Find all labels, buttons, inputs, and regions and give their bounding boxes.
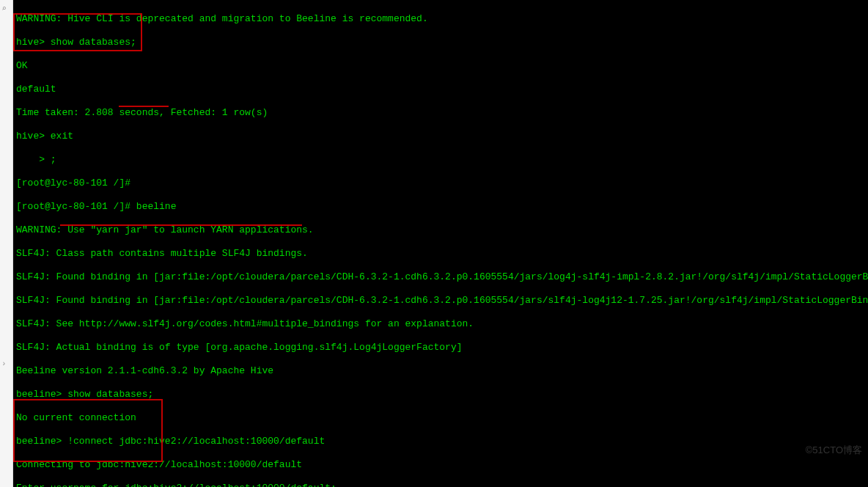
terminal-line: beeline> show databases; <box>16 389 865 400</box>
terminal-output[interactable]: WARNING: Hive CLI is deprecated and migr… <box>13 0 868 487</box>
terminal-line: SLF4J: Actual binding is of type [org.ap… <box>16 342 865 354</box>
terminal-line: No current connection <box>16 412 865 424</box>
editor-gutter: ⌕ › <box>0 0 13 487</box>
terminal-line: Enter username for jdbc:hive2://localhos… <box>16 483 865 487</box>
terminal-line: Beeline version 2.1.1-cdh6.3.2 by Apache… <box>16 365 865 377</box>
search-icon[interactable]: ⌕ <box>1 3 10 12</box>
terminal-line: beeline> !connect jdbc:hive2://localhost… <box>16 436 865 447</box>
terminal-line: [root@lyc-80-101 /]# beeline <box>16 201 865 213</box>
terminal-line: OK <box>16 60 865 72</box>
terminal-line: SLF4J: Found binding in [jar:file:/opt/c… <box>16 295 865 307</box>
terminal-line: WARNING: Hive CLI is deprecated and migr… <box>16 13 865 25</box>
terminal-line: default <box>16 84 865 95</box>
terminal-line: [root@lyc-80-101 /]# <box>16 177 865 189</box>
terminal-line: > ; <box>16 154 865 166</box>
terminal-line: hive> show databases; <box>16 37 865 48</box>
terminal-line: SLF4J: Class path contains multiple SLF4… <box>16 248 865 260</box>
terminal-line: Time taken: 2.808 seconds, Fetched: 1 ro… <box>16 107 865 119</box>
terminal-line: hive> exit <box>16 131 865 142</box>
expand-arrow-icon[interactable]: › <box>1 358 10 367</box>
terminal-line: SLF4J: See http://www.slf4j.org/codes.ht… <box>16 318 865 330</box>
terminal-line: SLF4J: Found binding in [jar:file:/opt/c… <box>16 271 865 283</box>
terminal-line: WARNING: Use "yarn jar" to launch YARN a… <box>16 224 865 236</box>
terminal-line: Connecting to jdbc:hive2://localhost:100… <box>16 459 865 471</box>
